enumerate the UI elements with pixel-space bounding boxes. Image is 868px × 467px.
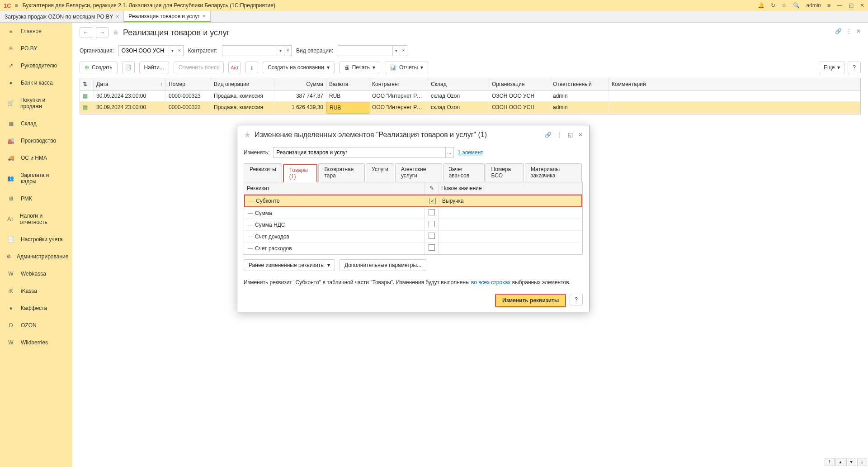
col-responsible[interactable]: Ответственный <box>550 78 609 90</box>
close-icon[interactable]: × <box>203 13 206 19</box>
maximize-icon[interactable]: ◱ <box>568 132 573 138</box>
requisite-check-cell[interactable] <box>425 231 439 242</box>
dialog-help-button[interactable]: ? <box>570 294 583 305</box>
more-icon[interactable]: … <box>445 148 453 157</box>
checkbox-icon[interactable] <box>429 244 435 251</box>
history-icon[interactable]: ↻ <box>771 2 775 9</box>
requisite-value[interactable] <box>439 246 582 251</box>
kebab-icon[interactable]: ⋮ <box>846 28 852 34</box>
sidebar-item[interactable]: ↗Руководителю <box>0 57 72 74</box>
sidebar-item[interactable]: 👥Зарплата и кадры <box>0 167 72 190</box>
reports-button[interactable]: 📊Отчеты ▾ <box>385 62 428 73</box>
search-button[interactable]: Найти... <box>139 62 169 73</box>
op-input[interactable] <box>338 46 392 56</box>
requisite-check-cell[interactable] <box>425 219 439 230</box>
prev-changes-button[interactable]: Ранее измененные реквизиты ▾ <box>244 259 335 271</box>
col-date[interactable]: Дата ↑ <box>94 78 166 90</box>
sidebar-item[interactable]: ⚙Администрирование <box>0 248 72 265</box>
sidebar-item[interactable]: OOZON <box>0 317 72 334</box>
requisite-row[interactable]: Сумма <box>244 207 582 219</box>
checkbox-icon[interactable] <box>429 209 435 215</box>
chevron-down-icon[interactable]: ▾ <box>169 46 176 56</box>
chevron-down-icon[interactable]: ▾ <box>277 46 284 56</box>
requisite-row[interactable]: Счет расходов <box>244 243 582 254</box>
col-comment[interactable]: Комментарий <box>609 78 860 90</box>
requisite-value[interactable] <box>439 234 582 239</box>
tab-realization[interactable]: Реализация товаров и услуг × <box>124 11 210 22</box>
cancel-search-button[interactable]: Отменить поиск <box>174 62 224 73</box>
col-operation[interactable]: Вид операции <box>211 78 274 90</box>
col-sum[interactable]: Сумма <box>274 78 326 90</box>
sidebar-item[interactable]: ●Банк и касса <box>0 74 72 91</box>
apply-button[interactable]: Изменить реквизиты <box>495 294 566 307</box>
sidebar-item[interactable]: 📄Настройки учета <box>0 231 72 248</box>
back-button[interactable]: ← <box>80 27 92 38</box>
requisite-check-cell[interactable] <box>426 196 439 206</box>
close-app-icon[interactable]: ✕ <box>860 2 864 9</box>
hamburger-icon[interactable]: ≡ <box>15 2 18 9</box>
col-warehouse[interactable]: Склад <box>428 78 489 90</box>
table-row[interactable]: ▦ 30.09.2024 23:00:00 0000-000322 Продаж… <box>80 102 860 114</box>
tab-ozon-load[interactable]: Загрузка продаж OZON по месяцам PO.BY × <box>0 11 124 22</box>
search-icon[interactable]: 🔍 <box>793 2 800 9</box>
chevron-down-icon[interactable]: ▾ <box>392 46 400 56</box>
kontr-input[interactable] <box>222 46 277 56</box>
scroll-down-icon[interactable]: ▼ <box>846 458 856 466</box>
more-button[interactable]: Еще ▾ <box>819 62 845 73</box>
restore-icon[interactable]: ◱ <box>849 2 854 9</box>
star-icon[interactable]: ☆ <box>782 2 787 9</box>
close-dialog-icon[interactable]: ✕ <box>578 132 583 138</box>
link-icon[interactable]: 🔗 <box>545 132 552 138</box>
dialog-tab[interactable]: Возвратная тара <box>318 163 365 182</box>
sidebar-item[interactable]: iKiKassa <box>0 282 72 300</box>
sidebar-item[interactable]: WWildberries <box>0 334 72 351</box>
change-input[interactable] <box>274 148 445 157</box>
forward-button[interactable]: → <box>96 27 108 38</box>
col-contragent[interactable]: Контрагент <box>369 78 428 90</box>
extra-params-button[interactable]: Дополнительные параметры... <box>340 259 426 271</box>
requisite-row[interactable]: Сумма НДС <box>244 219 582 231</box>
create-button[interactable]: ⊕Создать <box>80 62 118 73</box>
sidebar-item[interactable]: 🛒Покупки и продажи <box>0 91 72 115</box>
checkbox-icon[interactable] <box>429 198 436 204</box>
requisite-value[interactable] <box>439 223 582 227</box>
create-based-button[interactable]: Создать на основании ▾ <box>263 62 335 73</box>
scroll-bottom-icon[interactable]: ⤓ <box>857 458 867 466</box>
sidebar-item[interactable]: ▦Склад <box>0 115 72 132</box>
checkbox-icon[interactable] <box>429 221 435 227</box>
clear-icon[interactable]: × <box>176 46 183 56</box>
link-icon[interactable]: 🔗 <box>835 28 842 34</box>
bell-icon[interactable]: 🔔 <box>758 2 764 9</box>
akt-button[interactable]: Ақт <box>228 62 241 73</box>
clear-icon[interactable]: × <box>284 46 291 56</box>
kebab-icon[interactable]: ⋮ <box>557 132 562 138</box>
sidebar-item[interactable]: ●Каффеста <box>0 300 72 317</box>
sidebar-item[interactable]: ✳PO.BY <box>0 40 72 57</box>
minimize-icon[interactable]: — <box>837 2 842 9</box>
requisite-row[interactable]: Счет доходов <box>244 231 582 243</box>
favorite-icon[interactable]: ★ <box>112 28 119 38</box>
sidebar-item[interactable]: WWebkassa <box>0 265 72 282</box>
org-input[interactable] <box>119 46 169 56</box>
close-page-icon[interactable]: ✕ <box>856 28 861 34</box>
sidebar-item[interactable]: 🚚ОС и НМА <box>0 149 72 167</box>
scroll-top-icon[interactable]: ⤒ <box>825 458 835 466</box>
print-button[interactable]: 🖨Печать ▾ <box>339 62 380 73</box>
scroll-up-icon[interactable]: ▲ <box>835 458 845 466</box>
requisite-row[interactable]: Субконто Выручка <box>244 195 582 207</box>
settings-icon[interactable]: ≡ <box>827 2 830 9</box>
dialog-tab[interactable]: Материалы заказчика <box>525 163 582 182</box>
sidebar-item[interactable]: ≡Главное <box>0 23 72 40</box>
dialog-tab[interactable]: Агентские услуги <box>395 163 442 182</box>
col-number[interactable]: Номер <box>166 78 211 90</box>
col-currency[interactable]: Валюта <box>326 78 369 90</box>
sidebar-item[interactable]: 🖥РМК <box>0 190 72 207</box>
favorite-icon[interactable]: ★ <box>244 130 251 140</box>
sidebar-item[interactable]: 🏭Производство <box>0 132 72 149</box>
close-icon[interactable]: × <box>116 14 119 20</box>
sidebar-item[interactable]: АтНалоги и отчетность <box>0 207 72 231</box>
dialog-tab[interactable]: Зачет авансов <box>443 163 485 182</box>
copy-button[interactable]: 📑 <box>122 62 135 73</box>
user-label[interactable]: admin <box>806 2 821 9</box>
requisite-value[interactable]: Выручка <box>439 195 581 206</box>
